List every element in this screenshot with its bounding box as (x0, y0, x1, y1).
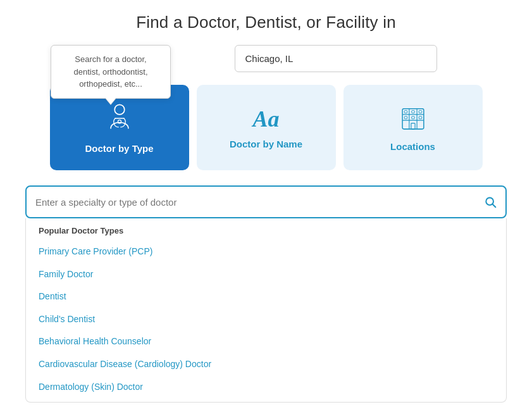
list-item[interactable]: Behavioral Health Counselor (26, 330, 506, 353)
tab-doctor-by-name[interactable]: Aa Doctor by Name (197, 85, 336, 170)
tab-doctor-by-type-label: Doctor by Type (85, 143, 153, 154)
tab-doctor-by-name-label: Doctor by Name (230, 139, 302, 149)
search-button[interactable] (484, 196, 497, 208)
list-item[interactable]: Primary Care Provider (PCP) (26, 241, 506, 263)
list-item[interactable]: Dentist (26, 285, 506, 308)
svg-rect-14 (411, 123, 414, 128)
svg-rect-10 (419, 110, 422, 113)
specialty-dropdown: Popular Doctor Types Primary Care Provid… (25, 218, 507, 403)
tab-locations[interactable]: Locations (343, 85, 483, 170)
search-bar (25, 185, 507, 218)
svg-line-16 (493, 204, 496, 208)
tab-locations-label: Locations (390, 141, 435, 152)
page-title: Find a Doctor, Dentist, or Facility in (25, 13, 507, 32)
svg-rect-13 (419, 116, 422, 118)
list-item[interactable]: Child's Dentist (26, 308, 506, 331)
dropdown-inner: Popular Doctor Types Primary Care Provid… (26, 218, 506, 402)
svg-rect-8 (404, 110, 407, 113)
search-tooltip: Search for a doctor, dentist, orthodonti… (51, 45, 171, 99)
location-input-wrapper (235, 45, 437, 72)
list-item[interactable]: Gastroenterology (GI) Doctor (26, 398, 506, 402)
svg-point-0 (114, 104, 125, 115)
locations-icon (399, 104, 428, 135)
specialty-search-input[interactable] (35, 197, 484, 208)
svg-rect-12 (411, 116, 414, 118)
list-item[interactable]: Family Doctor (26, 263, 506, 286)
list-item[interactable]: Cardiovascular Disease (Cardiology) Doct… (26, 353, 506, 376)
svg-rect-9 (411, 110, 414, 113)
name-icon: Aa (252, 106, 279, 132)
location-row: Search for a doctor, dentist, orthodonti… (25, 45, 507, 72)
doctor-icon (103, 102, 136, 137)
svg-rect-11 (404, 116, 407, 118)
list-item[interactable]: Dermatology (Skin) Doctor (26, 376, 506, 399)
dropdown-section-label: Popular Doctor Types (26, 226, 506, 241)
location-input[interactable] (235, 45, 437, 72)
